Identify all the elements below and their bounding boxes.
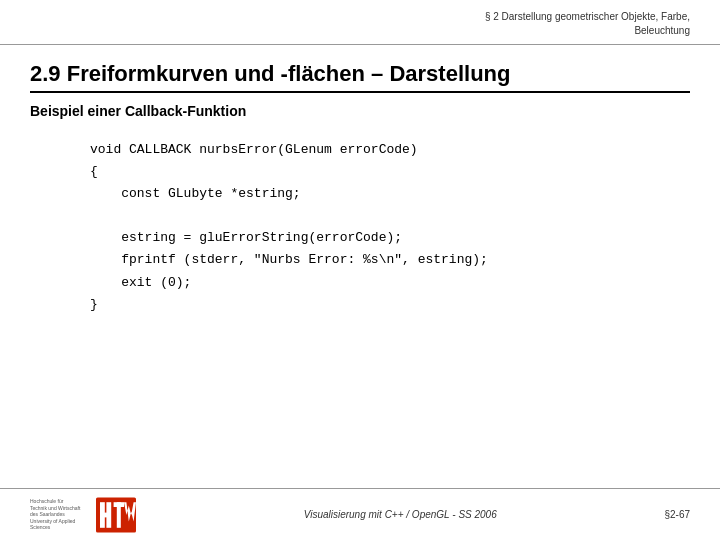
footer: Hochschule für Technik und Wirtschaft de… — [0, 488, 720, 540]
code-line-6: fprintf (stderr, "Nurbs Error: %s\n", es… — [90, 249, 690, 271]
footer-caption: Visualisierung mit C++ / OpenGL - SS 200… — [136, 509, 664, 520]
code-block: void CALLBACK nurbsError(GLenum errorCod… — [30, 139, 690, 316]
footer-logos: Hochschule für Technik und Wirtschaft de… — [30, 497, 136, 533]
main-content: 2.9 Freiformkurven und -flächen – Darste… — [0, 45, 720, 316]
page: § 2 Darstellung geometrischer Objekte, F… — [0, 0, 720, 540]
logo-line4: University of Applied Sciences — [30, 518, 90, 531]
top-header: § 2 Darstellung geometrischer Objekte, F… — [0, 0, 720, 45]
code-line-1: void CALLBACK nurbsError(GLenum errorCod… — [90, 139, 690, 161]
section-subtitle: Beispiel einer Callback-Funktion — [30, 103, 690, 119]
code-line-8: } — [90, 294, 690, 316]
code-line-5: estring = gluErrorString(errorCode); — [90, 227, 690, 249]
header-line2: Beleuchtung — [634, 25, 690, 36]
svg-rect-5 — [117, 502, 121, 528]
svg-rect-3 — [106, 502, 111, 528]
htw-logo — [96, 497, 136, 533]
header-line1: § 2 Darstellung geometrischer Objekte, F… — [485, 11, 690, 22]
section-title: 2.9 Freiformkurven und -flächen – Darste… — [30, 61, 690, 93]
code-line-3: const GLubyte *estring; — [90, 183, 690, 205]
university-text-logo: Hochschule für Technik und Wirtschaft de… — [30, 498, 90, 531]
code-line-2: { — [90, 161, 690, 183]
code-line-7: exit (0); — [90, 272, 690, 294]
code-line-4 — [90, 205, 690, 227]
footer-page: §2-67 — [664, 509, 690, 520]
